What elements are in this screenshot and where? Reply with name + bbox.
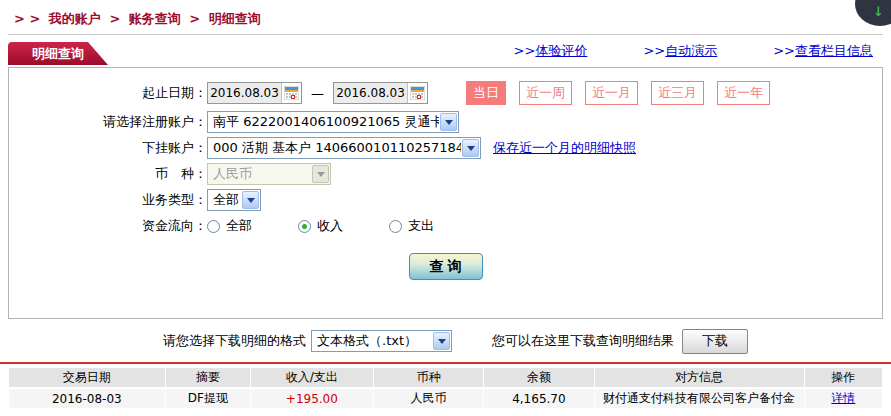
date-range-separator: —: [311, 86, 324, 101]
business-type-label: 业务类型：: [9, 191, 207, 209]
breadcrumb-item-detail-query[interactable]: 明细查询: [209, 11, 261, 26]
tab-bar: 明细查询 >>体验评价 >>自动演示 >>查看栏目信息: [8, 39, 883, 65]
header-links: >>体验评价 >>自动演示 >>查看栏目信息: [514, 42, 883, 65]
breadcrumb: > > 我的账户 > 账务查询 > 明细查询: [0, 0, 891, 34]
divider-line: [8, 34, 883, 35]
registered-account-row: 请选择注册账户： 南平 6222001406100921065 灵通卡: [9, 111, 882, 133]
cell-currency: 人民币: [374, 389, 484, 408]
radio-icon[interactable]: [389, 220, 402, 233]
start-date-value: 2016.08.03: [208, 86, 281, 100]
transactions-table: 交易日期 摘要 收入/支出 币种 余额 对方信息 操作 2016-08-03 D…: [8, 366, 883, 410]
quick-range-today-button[interactable]: 当日: [466, 81, 506, 105]
link-prefix: >>: [514, 43, 536, 58]
download-format-label: 请您选择下载明细的格式: [163, 332, 306, 350]
quick-range-week-button[interactable]: 近一周: [519, 81, 572, 105]
link-prefix: >>: [643, 43, 665, 58]
end-date-input[interactable]: 2016.08.03: [333, 82, 428, 104]
link-prefix: >>: [773, 43, 795, 58]
radio-icon[interactable]: [207, 220, 220, 233]
business-type-value: 全部: [208, 191, 241, 209]
breadcrumb-item-account-query[interactable]: 账务查询: [129, 11, 181, 26]
chevron-down-icon[interactable]: [462, 139, 479, 157]
cell-counterparty: 财付通支付科技有限公司客户备付金: [595, 389, 804, 408]
cell-action: 详情: [805, 389, 882, 408]
tab-detail-query[interactable]: 明细查询: [8, 42, 108, 65]
red-divider-line: [0, 362, 891, 364]
cell-amount: +195.00: [251, 389, 373, 408]
fund-flow-option-all[interactable]: 全部: [207, 217, 252, 235]
link-experience-review[interactable]: >>体验评价: [514, 42, 588, 60]
col-header-balance: 余额: [484, 368, 594, 387]
chevron-down-icon[interactable]: [433, 332, 450, 350]
col-header-summary: 摘要: [166, 368, 250, 387]
breadcrumb-prefix: > >: [14, 11, 40, 26]
download-button[interactable]: 下载: [682, 329, 748, 354]
query-button-row: 查 询: [9, 253, 882, 280]
quick-range-year-button[interactable]: 近一年: [717, 81, 770, 105]
table-row: 2016-08-03 DF提现 +195.00 人民币 4,165.70 财付通…: [9, 389, 882, 408]
download-format-select[interactable]: 文本格式（.txt）: [311, 330, 452, 352]
download-row: 请您选择下载明细的格式 文本格式（.txt） 您可以在这里下载查询明细结果 下载: [0, 328, 891, 354]
link-label: 自动演示: [665, 43, 717, 58]
business-type-row: 业务类型： 全部: [9, 189, 882, 211]
start-date-input[interactable]: 2016.08.03: [207, 82, 302, 104]
breadcrumb-item-my-account[interactable]: 我的账户: [49, 11, 101, 26]
breadcrumb-separator: >: [109, 11, 120, 26]
registered-account-value: 南平 6222001406100921065 灵通卡: [208, 113, 439, 131]
link-auto-demo[interactable]: >>自动演示: [643, 42, 717, 60]
chevron-down-icon[interactable]: [440, 113, 457, 131]
fund-flow-option-label: 全部: [226, 217, 252, 235]
fund-flow-label: 资金流向：: [9, 217, 207, 235]
sub-account-select[interactable]: 000 活期 基本户 1406600101102571848: [207, 137, 481, 159]
currency-row: 币 种： 人民币: [9, 163, 882, 185]
currency-label: 币 种：: [9, 165, 207, 183]
calendar-icon: [284, 86, 299, 100]
end-date-calendar-icon[interactable]: [407, 83, 427, 103]
date-range-row: 起止日期： 2016.08.03 — 2016.08.03: [9, 81, 882, 105]
col-header-amount: 收入/支出: [251, 368, 373, 387]
cell-date: 2016-08-03: [9, 389, 165, 408]
link-view-column-info[interactable]: >>查看栏目信息: [773, 42, 873, 60]
calendar-icon: [410, 86, 425, 100]
cell-summary: DF提现: [166, 389, 250, 408]
fund-flow-option-label: 收入: [317, 217, 343, 235]
business-type-select[interactable]: 全部: [207, 189, 261, 211]
fund-flow-row: 资金流向： 全部 收入 支出: [9, 215, 882, 237]
query-form-panel: 起止日期： 2016.08.03 — 2016.08.03: [8, 67, 883, 319]
col-header-counterparty: 对方信息: [595, 368, 804, 387]
currency-select-disabled: 人民币: [207, 163, 331, 185]
query-button[interactable]: 查 询: [409, 253, 483, 280]
sub-account-row: 下挂账户： 000 活期 基本户 1406600101102571848 保存近…: [9, 137, 882, 159]
fund-flow-option-income[interactable]: 收入: [298, 217, 343, 235]
quick-range-month-button[interactable]: 近一月: [585, 81, 638, 105]
link-label: 体验评价: [535, 43, 587, 58]
table-header-row: 交易日期 摘要 收入/支出 币种 余额 对方信息 操作: [9, 368, 882, 387]
cell-balance: 4,165.70: [484, 389, 594, 408]
chevron-down-icon[interactable]: [242, 191, 259, 209]
date-range-label: 起止日期：: [9, 84, 207, 102]
fund-flow-option-label: 支出: [408, 217, 434, 235]
breadcrumb-separator: >: [189, 11, 200, 26]
download-hint: 您可以在这里下载查询明细结果: [492, 332, 674, 350]
save-snapshot-link[interactable]: 保存近一个月的明细快照: [493, 139, 636, 157]
detail-link[interactable]: 详情: [831, 391, 855, 405]
sub-account-value: 000 活期 基本户 1406600101102571848: [208, 139, 461, 157]
start-date-calendar-icon[interactable]: [281, 83, 301, 103]
end-date-value: 2016.08.03: [334, 86, 407, 100]
link-label: 查看栏目信息: [795, 43, 873, 58]
registered-account-select[interactable]: 南平 6222001406100921065 灵通卡: [207, 111, 459, 133]
chevron-down-icon: [312, 165, 329, 183]
radio-checked-icon[interactable]: [298, 220, 311, 233]
currency-value: 人民币: [208, 165, 311, 183]
col-header-currency: 币种: [374, 368, 484, 387]
col-header-action: 操作: [805, 368, 882, 387]
col-header-date: 交易日期: [9, 368, 165, 387]
fund-flow-option-expense[interactable]: 支出: [389, 217, 434, 235]
download-format-value: 文本格式（.txt）: [312, 332, 432, 350]
registered-account-label: 请选择注册账户：: [9, 113, 207, 131]
quick-range-3month-button[interactable]: 近三月: [651, 81, 704, 105]
download-arrow-icon: ↓: [873, 4, 884, 19]
sub-account-label: 下挂账户：: [9, 139, 207, 157]
